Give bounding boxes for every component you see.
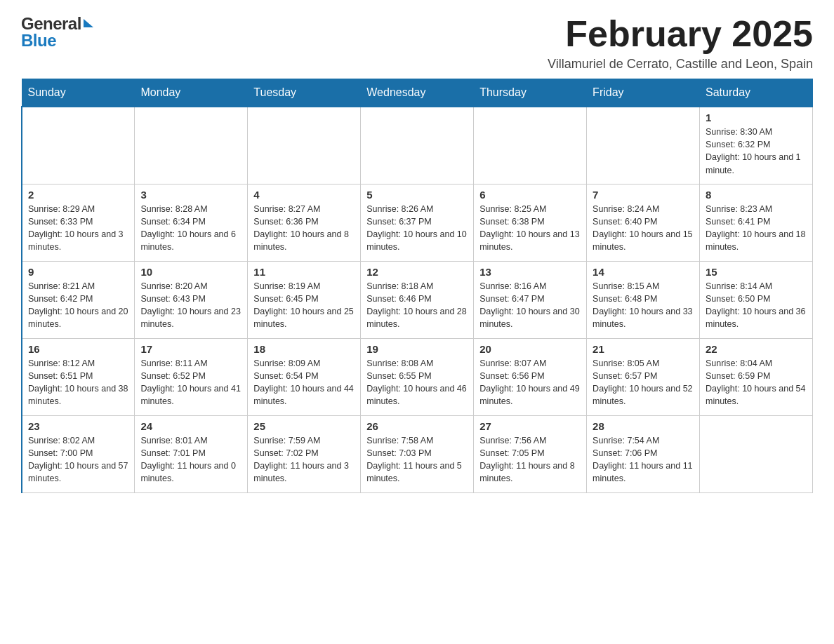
day-number: 19 (366, 343, 468, 355)
day-header-tuesday: Tuesday (248, 79, 361, 107)
day-header-friday: Friday (587, 79, 700, 107)
calendar-cell: 18Sunrise: 8:09 AM Sunset: 6:54 PM Dayli… (248, 338, 361, 415)
day-number: 1 (706, 112, 807, 123)
day-number: 6 (479, 189, 581, 201)
day-header-wednesday: Wednesday (361, 79, 474, 107)
calendar-table: SundayMondayTuesdayWednesdayThursdayFrid… (21, 79, 813, 493)
day-info: Sunrise: 8:27 AM Sunset: 6:36 PM Dayligh… (253, 203, 355, 254)
day-number: 9 (28, 266, 128, 278)
logo-blue-text: Blue (21, 31, 56, 51)
calendar-cell: 13Sunrise: 8:16 AM Sunset: 6:47 PM Dayli… (474, 261, 587, 338)
calendar-header-row: SundayMondayTuesdayWednesdayThursdayFrid… (22, 79, 813, 107)
calendar-cell: 16Sunrise: 8:12 AM Sunset: 6:51 PM Dayli… (22, 338, 135, 415)
day-info: Sunrise: 8:30 AM Sunset: 6:32 PM Dayligh… (706, 126, 807, 177)
day-info: Sunrise: 7:58 AM Sunset: 7:03 PM Dayligh… (366, 434, 468, 485)
calendar-cell: 17Sunrise: 8:11 AM Sunset: 6:52 PM Dayli… (135, 338, 248, 415)
day-header-thursday: Thursday (474, 79, 587, 107)
page-header: General Blue February 2025 Villamuriel d… (21, 14, 813, 72)
calendar-cell: 20Sunrise: 8:07 AM Sunset: 6:56 PM Dayli… (474, 338, 587, 415)
calendar-cell: 1Sunrise: 8:30 AM Sunset: 6:32 PM Daylig… (700, 107, 813, 184)
day-info: Sunrise: 8:14 AM Sunset: 6:50 PM Dayligh… (706, 280, 807, 331)
day-number: 16 (28, 343, 128, 355)
calendar-cell (474, 107, 587, 184)
day-info: Sunrise: 8:02 AM Sunset: 7:00 PM Dayligh… (28, 434, 128, 485)
day-number: 23 (28, 420, 128, 432)
calendar-cell: 23Sunrise: 8:02 AM Sunset: 7:00 PM Dayli… (22, 415, 135, 492)
logo: General Blue (21, 14, 93, 51)
day-info: Sunrise: 8:18 AM Sunset: 6:46 PM Dayligh… (366, 280, 468, 331)
day-number: 2 (28, 189, 128, 201)
day-info: Sunrise: 8:19 AM Sunset: 6:45 PM Dayligh… (253, 280, 355, 331)
day-header-sunday: Sunday (22, 79, 135, 107)
day-info: Sunrise: 8:16 AM Sunset: 6:47 PM Dayligh… (479, 280, 581, 331)
day-info: Sunrise: 7:59 AM Sunset: 7:02 PM Dayligh… (253, 434, 355, 485)
calendar-cell: 12Sunrise: 8:18 AM Sunset: 6:46 PM Dayli… (361, 261, 474, 338)
day-info: Sunrise: 8:04 AM Sunset: 6:59 PM Dayligh… (706, 357, 807, 408)
calendar-week-row: 23Sunrise: 8:02 AM Sunset: 7:00 PM Dayli… (22, 415, 813, 492)
day-info: Sunrise: 8:11 AM Sunset: 6:52 PM Dayligh… (140, 357, 241, 408)
calendar-cell: 19Sunrise: 8:08 AM Sunset: 6:55 PM Dayli… (361, 338, 474, 415)
day-number: 13 (479, 266, 581, 278)
title-area: February 2025 Villamuriel de Cerrato, Ca… (548, 14, 813, 72)
calendar-week-row: 16Sunrise: 8:12 AM Sunset: 6:51 PM Dayli… (22, 338, 813, 415)
calendar-cell (587, 107, 700, 184)
calendar-cell: 15Sunrise: 8:14 AM Sunset: 6:50 PM Dayli… (700, 261, 813, 338)
day-number: 25 (253, 420, 355, 432)
day-info: Sunrise: 8:21 AM Sunset: 6:42 PM Dayligh… (28, 280, 128, 331)
day-info: Sunrise: 8:25 AM Sunset: 6:38 PM Dayligh… (479, 203, 581, 254)
calendar-cell (700, 415, 813, 492)
day-info: Sunrise: 7:56 AM Sunset: 7:05 PM Dayligh… (479, 434, 581, 485)
day-number: 18 (253, 343, 355, 355)
day-info: Sunrise: 8:20 AM Sunset: 6:43 PM Dayligh… (140, 280, 241, 331)
day-number: 27 (479, 420, 581, 432)
day-number: 5 (366, 189, 468, 201)
day-number: 15 (706, 266, 807, 278)
day-number: 20 (479, 343, 581, 355)
day-number: 12 (366, 266, 468, 278)
day-number: 3 (140, 189, 241, 201)
day-number: 10 (140, 266, 241, 278)
calendar-cell: 5Sunrise: 8:26 AM Sunset: 6:37 PM Daylig… (361, 184, 474, 261)
calendar-cell: 7Sunrise: 8:24 AM Sunset: 6:40 PM Daylig… (587, 184, 700, 261)
day-info: Sunrise: 8:12 AM Sunset: 6:51 PM Dayligh… (28, 357, 128, 408)
calendar-title: February 2025 (548, 14, 813, 54)
day-info: Sunrise: 8:07 AM Sunset: 6:56 PM Dayligh… (479, 357, 581, 408)
calendar-cell: 25Sunrise: 7:59 AM Sunset: 7:02 PM Dayli… (248, 415, 361, 492)
day-info: Sunrise: 8:09 AM Sunset: 6:54 PM Dayligh… (253, 357, 355, 408)
day-number: 17 (140, 343, 241, 355)
day-number: 21 (593, 343, 694, 355)
calendar-cell (135, 107, 248, 184)
calendar-cell: 3Sunrise: 8:28 AM Sunset: 6:34 PM Daylig… (135, 184, 248, 261)
calendar-cell: 21Sunrise: 8:05 AM Sunset: 6:57 PM Dayli… (587, 338, 700, 415)
calendar-cell: 4Sunrise: 8:27 AM Sunset: 6:36 PM Daylig… (248, 184, 361, 261)
day-number: 8 (706, 189, 807, 201)
calendar-cell: 6Sunrise: 8:25 AM Sunset: 6:38 PM Daylig… (474, 184, 587, 261)
calendar-cell: 28Sunrise: 7:54 AM Sunset: 7:06 PM Dayli… (587, 415, 700, 492)
calendar-cell: 22Sunrise: 8:04 AM Sunset: 6:59 PM Dayli… (700, 338, 813, 415)
calendar-cell: 27Sunrise: 7:56 AM Sunset: 7:05 PM Dayli… (474, 415, 587, 492)
day-info: Sunrise: 8:29 AM Sunset: 6:33 PM Dayligh… (28, 203, 128, 254)
logo-triangle-icon (84, 19, 93, 27)
day-info: Sunrise: 8:26 AM Sunset: 6:37 PM Dayligh… (366, 203, 468, 254)
day-number: 24 (140, 420, 241, 432)
day-info: Sunrise: 8:08 AM Sunset: 6:55 PM Dayligh… (366, 357, 468, 408)
calendar-cell: 10Sunrise: 8:20 AM Sunset: 6:43 PM Dayli… (135, 261, 248, 338)
day-info: Sunrise: 8:05 AM Sunset: 6:57 PM Dayligh… (593, 357, 694, 408)
calendar-cell: 24Sunrise: 8:01 AM Sunset: 7:01 PM Dayli… (135, 415, 248, 492)
day-number: 11 (253, 266, 355, 278)
calendar-cell: 14Sunrise: 8:15 AM Sunset: 6:48 PM Dayli… (587, 261, 700, 338)
day-number: 4 (253, 189, 355, 201)
calendar-week-row: 2Sunrise: 8:29 AM Sunset: 6:33 PM Daylig… (22, 184, 813, 261)
day-number: 26 (366, 420, 468, 432)
calendar-cell (248, 107, 361, 184)
calendar-subtitle: Villamuriel de Cerrato, Castille and Leo… (548, 57, 813, 72)
calendar-cell: 2Sunrise: 8:29 AM Sunset: 6:33 PM Daylig… (22, 184, 135, 261)
calendar-cell (361, 107, 474, 184)
day-info: Sunrise: 8:24 AM Sunset: 6:40 PM Dayligh… (593, 203, 694, 254)
calendar-cell: 26Sunrise: 7:58 AM Sunset: 7:03 PM Dayli… (361, 415, 474, 492)
day-info: Sunrise: 8:15 AM Sunset: 6:48 PM Dayligh… (593, 280, 694, 331)
calendar-cell (22, 107, 135, 184)
day-header-saturday: Saturday (700, 79, 813, 107)
calendar-cell: 11Sunrise: 8:19 AM Sunset: 6:45 PM Dayli… (248, 261, 361, 338)
day-number: 14 (593, 266, 694, 278)
